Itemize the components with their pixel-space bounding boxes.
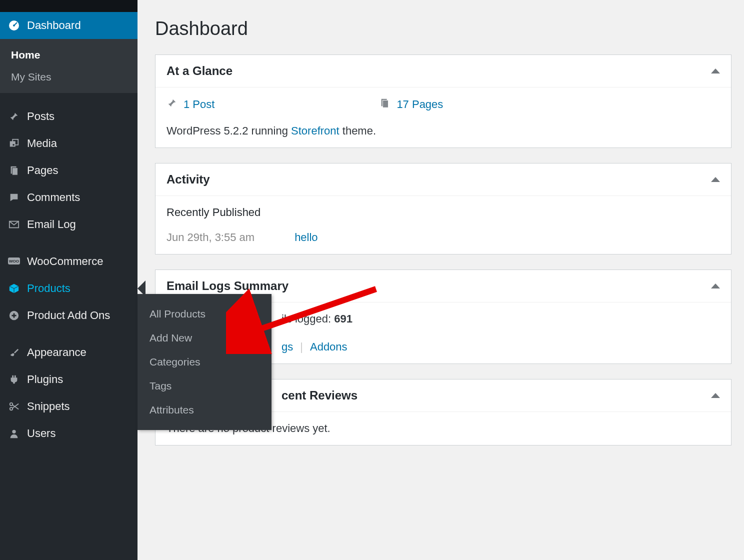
separator: |	[300, 340, 303, 354]
flyout-all-products[interactable]: All Products	[138, 302, 272, 326]
sidebar-item-comments[interactable]: Comments	[0, 184, 138, 211]
theme-link[interactable]: Storefront	[291, 124, 340, 137]
sidebar-item-posts[interactable]: Posts	[0, 103, 138, 130]
activity-post-link[interactable]: hello	[294, 231, 318, 244]
sidebar-item-label: Email Log	[27, 218, 76, 231]
collapse-icon[interactable]	[711, 284, 720, 288]
sidebar-item-label: Dashboard	[27, 19, 81, 32]
dashboard-icon	[8, 20, 20, 32]
activity-timestamp: Jun 29th, 3:55 am	[166, 231, 254, 244]
collapse-icon[interactable]	[711, 68, 720, 74]
comments-icon	[8, 192, 20, 203]
sidebar-item-users[interactable]: Users	[0, 420, 138, 447]
admin-sidebar: Dashboard Home My Sites Posts Media Page…	[0, 0, 138, 560]
posts-link[interactable]: 1 Post	[184, 98, 214, 111]
plugin-icon	[8, 374, 20, 385]
panel-header[interactable]: Activity	[156, 164, 731, 196]
sidebar-item-woocommerce[interactable]: WOO WooCommerce	[0, 248, 138, 275]
sidebar-item-plugins[interactable]: Plugins	[0, 366, 138, 393]
svg-text:WOO: WOO	[9, 259, 19, 264]
woocommerce-icon: WOO	[8, 256, 20, 266]
sidebar-item-label: Pages	[27, 164, 58, 177]
pin-icon	[8, 111, 20, 122]
flyout-add-new[interactable]: Add New	[138, 326, 272, 350]
collapse-icon[interactable]	[711, 393, 720, 398]
main-content: Dashboard At a Glance 1 Post 17 Pages	[138, 0, 744, 560]
sidebar-item-label: Snippets	[27, 400, 70, 413]
sidebar-item-pages[interactable]: Pages	[0, 157, 138, 184]
panel-header[interactable]: At a Glance	[156, 55, 731, 88]
emaillog-addons-link[interactable]: Addons	[310, 340, 348, 354]
sidebar-item-label: Products	[27, 282, 70, 295]
svg-rect-6	[12, 168, 18, 176]
sidebar-item-snippets[interactable]: Snippets	[0, 393, 138, 420]
pages-icon	[8, 165, 20, 176]
sidebar-item-emaillog[interactable]: Email Log	[0, 211, 138, 238]
sidebar-item-label: Appearance	[27, 346, 86, 359]
sidebar-item-label: Product Add Ons	[27, 309, 110, 322]
glance-pages[interactable]: 17 Pages	[380, 98, 443, 112]
flyout-categories[interactable]: Categories	[138, 350, 272, 374]
sidebar-item-label: Posts	[27, 110, 54, 123]
sidebar-item-product-addons[interactable]: Product Add Ons	[0, 302, 138, 329]
sidebar-item-label: Plugins	[27, 373, 63, 386]
pages-icon	[380, 98, 390, 112]
activity-subtitle: Recently Published	[166, 206, 720, 219]
wp-version-info: WordPress 5.2.2 running Storefront theme…	[166, 124, 720, 138]
dashboard-submenu: Home My Sites	[0, 39, 138, 93]
scissors-icon	[8, 401, 20, 412]
sidebar-item-label: Users	[27, 427, 56, 440]
panel-title: Email Logs Summary	[166, 279, 288, 293]
glance-posts[interactable]: 1 Post	[166, 98, 214, 112]
emaillog-settings-link[interactable]: gs	[282, 340, 293, 354]
plus-circle-icon	[8, 310, 20, 321]
sidebar-item-label: WooCommerce	[27, 255, 103, 268]
submenu-home[interactable]: Home	[0, 44, 138, 66]
panel-at-a-glance: At a Glance 1 Post 17 Pages	[155, 54, 732, 148]
page-title: Dashboard	[155, 0, 732, 54]
svg-point-13	[12, 430, 16, 434]
sidebar-item-media[interactable]: Media	[0, 130, 138, 157]
activity-row: Jun 29th, 3:55 am hello	[166, 231, 720, 244]
products-icon	[8, 283, 20, 294]
svg-rect-15	[383, 100, 388, 108]
panel-title: Activity	[166, 172, 210, 186]
sidebar-item-appearance[interactable]: Appearance	[0, 339, 138, 366]
sidebar-item-dashboard[interactable]: Dashboard	[0, 12, 138, 39]
panel-activity: Activity Recently Published Jun 29th, 3:…	[155, 163, 732, 254]
flyout-tags[interactable]: Tags	[138, 374, 272, 398]
submenu-mysites[interactable]: My Sites	[0, 66, 138, 88]
svg-point-4	[12, 144, 14, 146]
sidebar-item-label: Comments	[27, 191, 80, 204]
pages-link[interactable]: 17 Pages	[396, 98, 443, 111]
sidebar-item-products[interactable]: Products	[0, 275, 138, 302]
sidebar-item-label: Media	[27, 137, 57, 150]
panel-title: At a Glance	[166, 64, 232, 78]
user-icon	[8, 428, 20, 439]
products-flyout: All Products Add New Categories Tags Att…	[138, 294, 272, 430]
collapse-icon[interactable]	[711, 177, 720, 182]
flyout-attributes[interactable]: Attributes	[138, 398, 272, 422]
media-icon	[8, 138, 20, 149]
pin-icon	[166, 98, 178, 112]
svg-point-1	[13, 24, 15, 26]
email-icon	[8, 219, 20, 230]
brush-icon	[8, 347, 20, 358]
admin-bar	[0, 0, 138, 12]
